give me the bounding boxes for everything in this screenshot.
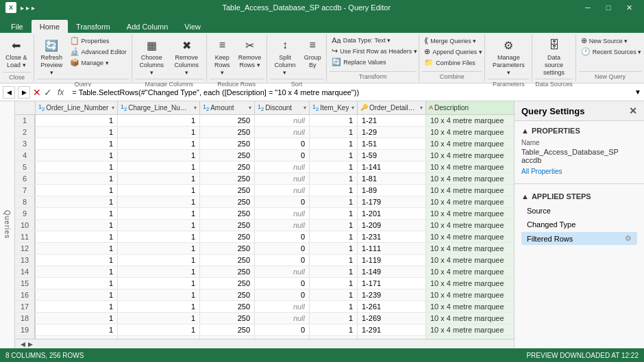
cell-item-key: 1 [310, 161, 358, 172]
grid-body[interactable]: 1 1 1 250 null 1 1-21 10 x 4 metre marqu… [15, 115, 514, 339]
new-source-icon: ⊕ [581, 36, 587, 45]
applied-step-item[interactable]: Filtered Rows⚙ [521, 232, 637, 245]
refresh-preview-button[interactable]: 🔄 RefreshPreview ▾ [37, 36, 66, 77]
col-filter-discount[interactable]: ▾ [304, 105, 306, 111]
col-filter-charge-line[interactable]: ▾ [194, 105, 197, 111]
properties-button[interactable]: 📋 Properties [68, 36, 129, 46]
formula-expand-button[interactable]: ▼ [634, 88, 641, 96]
col-filter-order-line[interactable]: ▾ [112, 105, 114, 111]
cell-description: 10 x 4 metre marquee [426, 278, 514, 289]
combine-files-button[interactable]: 📁 Combine Files [422, 57, 484, 68]
col-header-charge-line[interactable]: 12 Charge_Line_Number ▾ [118, 101, 200, 114]
split-icon: ↕ [277, 37, 293, 53]
data-type-button[interactable]: Aa Data Type: Text ▾ [330, 36, 419, 45]
minimize-button[interactable]: ─ [578, 1, 597, 14]
tab-view[interactable]: View [176, 20, 209, 33]
col-header-order-line[interactable]: 12 Order_Line_Number ▾ [36, 101, 118, 114]
cell-item-key: 1 [310, 127, 358, 138]
formula-validate-button[interactable]: ✓ [44, 87, 52, 98]
maximize-button[interactable]: □ [599, 1, 618, 14]
col-filter-item-key[interactable]: ▾ [351, 105, 354, 111]
combine-files-icon: 📁 [424, 58, 434, 67]
cell-discount: 0 [255, 231, 310, 242]
step-gear-icon[interactable]: ⚙ [625, 234, 632, 243]
data-source-settings-button[interactable]: 🗄 Data sourcesettings [535, 36, 573, 77]
cell-item-key: 1 [310, 208, 358, 219]
manage-button[interactable]: 📦 Manage ▾ [68, 57, 129, 68]
split-column-button[interactable]: ↕ SplitColumn ▾ [270, 36, 301, 77]
cell-row-num: 4 [15, 150, 36, 161]
cell-row-num: 3 [15, 138, 36, 149]
col-label-order-detail-key: Order_Detail_Key [369, 104, 419, 112]
tab-add-column[interactable]: Add Column [119, 20, 177, 33]
col-filter-order-detail-key[interactable]: ▾ [420, 105, 423, 111]
cell-row-num: 16 [15, 289, 36, 300]
ribbon-group-data-sources: 🗄 Data sourcesettings Data Sources [532, 34, 576, 81]
advanced-editor-icon: 🔬 [70, 47, 79, 56]
tab-home[interactable]: Home [32, 20, 68, 33]
manage-parameters-button[interactable]: ⚙ ManageParameters ▾ [488, 36, 529, 77]
replace-values-button[interactable]: 🔄 Replace Values [330, 57, 419, 67]
cell-item-key: 1 [310, 255, 358, 266]
tab-file[interactable]: File [3, 20, 32, 33]
cell-discount: null [255, 127, 310, 138]
applied-step-item[interactable]: Changed Type [521, 218, 637, 231]
cell-item-key: 1 [310, 150, 358, 161]
col-header-order-detail-key[interactable]: 🔑 Order_Detail_Key ▾ [358, 101, 426, 114]
status-left: 8 COLUMNS, 256 ROWS [5, 352, 84, 359]
choose-columns-button[interactable]: ▦ ChooseColumns ▾ [135, 36, 169, 77]
cell-order-detail-key: 1-81 [358, 173, 426, 184]
formula-cancel-button[interactable]: ✕ [33, 87, 41, 98]
remove-columns-button[interactable]: ✖ RemoveColumns ▾ [170, 36, 203, 77]
grid-scroll-bar[interactable]: ◀ ▶ [15, 339, 514, 348]
cell-row-num: 15 [15, 278, 36, 289]
use-first-row-button[interactable]: ↪ Use First Row as Headers ▾ [330, 46, 419, 56]
cell-row-num: 5 [15, 161, 36, 172]
advanced-editor-button[interactable]: 🔬 Advanced Editor [68, 47, 129, 57]
new-source-button[interactable]: ⊕ New Source ▾ [579, 36, 644, 46]
formula-input[interactable] [69, 87, 632, 98]
cell-charge-line: 1 [118, 243, 200, 254]
ribbon-group-combine: ⟪ Merge Queries ▾ ⊕ Append Queries ▾ 📁 C… [419, 34, 485, 81]
refresh-icon: 🔄 [43, 37, 60, 53]
recent-sources-button[interactable]: 🕐 Recent Sources ▾ [579, 47, 644, 57]
append-queries-button[interactable]: ⊕ Append Queries ▾ [422, 47, 484, 57]
cell-order-detail-key: 1-51 [358, 138, 426, 149]
cell-order-line: 1 [36, 138, 118, 149]
cell-order-line: 1 [36, 289, 118, 300]
cell-charge-line: 1 [118, 301, 200, 312]
cell-order-line: 1 [36, 173, 118, 184]
cell-description: 10 x 4 metre marquee [426, 150, 514, 161]
all-properties-link[interactable]: All Properties [521, 168, 562, 175]
col-filter-amount[interactable]: ▾ [249, 105, 251, 111]
keep-rows-button[interactable]: ≡ KeepRows ▾ [210, 36, 235, 77]
table-row: 5 1 1 250 null 1 1-141 10 x 4 metre marq… [15, 161, 514, 173]
cell-order-line: 1 [36, 150, 118, 161]
close-load-button[interactable]: ⬅ Close &Load ▾ [3, 36, 30, 70]
group-by-button[interactable]: ≡ GroupBy [301, 36, 323, 70]
applied-step-item[interactable]: Source [521, 205, 637, 217]
formula-nav-prev[interactable]: ◀ [3, 86, 15, 99]
ribbon-group-close: ⬅ Close &Load ▾ Close [0, 34, 34, 81]
col-header-amount[interactable]: 12 Amount ▾ [200, 101, 255, 114]
col-header-discount[interactable]: 12 Discount ▾ [255, 101, 310, 114]
merge-queries-button[interactable]: ⟪ Merge Queries ▾ [422, 36, 484, 46]
col-header-item-key[interactable]: 12 Item_Key ▾ [310, 101, 358, 114]
close-button[interactable]: ✕ [619, 1, 639, 14]
cell-order-detail-key: 1-231 [358, 231, 426, 242]
new-query-label: New Query [579, 71, 641, 80]
step-label: Changed Type [527, 220, 575, 229]
col-header-description[interactable]: A Description ▾ [426, 101, 514, 114]
tab-transform[interactable]: Transform [68, 20, 119, 33]
cell-description: 10 x 4 metre marquee [426, 161, 514, 172]
query-settings-close[interactable]: ✕ [629, 105, 637, 116]
remove-rows-button[interactable]: ✂ RemoveRows ▾ [236, 36, 264, 70]
table-row: 19 1 1 250 0 1 1-291 10 x 4 metre marque… [15, 324, 514, 336]
table-row: 2 1 1 250 null 1 1-29 10 x 4 metre marqu… [15, 127, 514, 138]
data-grid[interactable]: 12 Order_Line_Number ▾ 12 Charge_Line_Nu… [15, 101, 514, 348]
cell-order-line: 1 [36, 185, 118, 196]
ribbon-group-transform: Aa Data Type: Text ▾ ↪ Use First Row as … [327, 34, 419, 81]
table-row: 13 1 1 250 0 1 1-119 10 x 4 metre marque… [15, 255, 514, 266]
formula-nav-next[interactable]: ▶ [18, 86, 30, 99]
table-row: 7 1 1 250 null 1 1-89 10 x 4 metre marqu… [15, 185, 514, 196]
